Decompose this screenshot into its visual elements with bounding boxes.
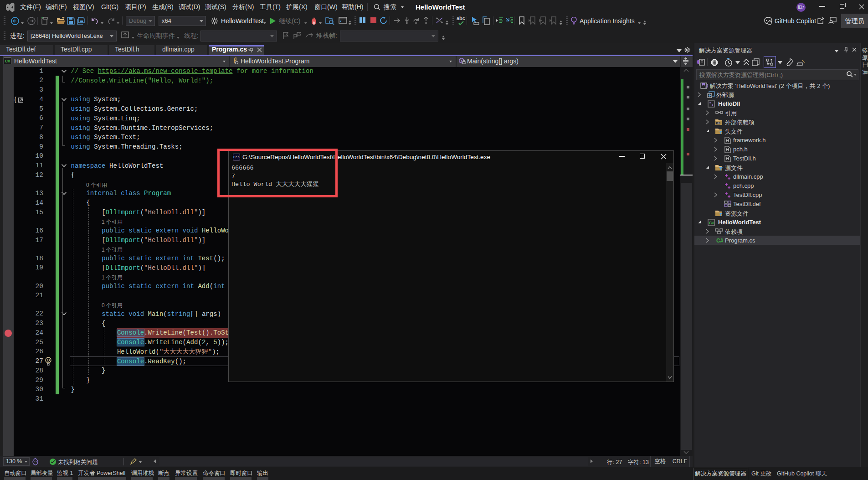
svg-text:C#: C# [709,221,714,225]
svg-text:C#: C# [716,237,723,244]
